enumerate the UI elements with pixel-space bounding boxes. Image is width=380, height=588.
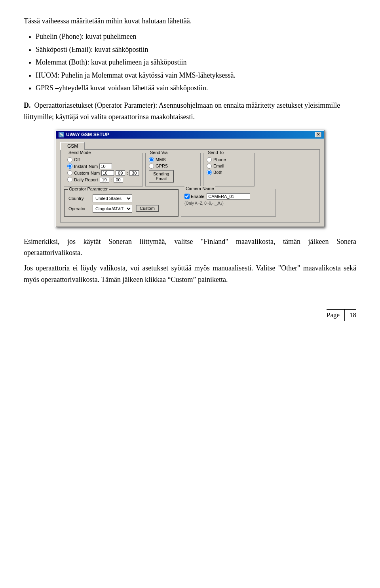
send-mode-instant-num-input[interactable] bbox=[99, 164, 112, 169]
section-d-heading: D. bbox=[24, 101, 31, 109]
send-mode-daily-row: Daily Report : bbox=[67, 177, 139, 183]
footer-page-label: Page bbox=[327, 310, 345, 321]
send-mode-custom-time2[interactable] bbox=[129, 170, 139, 176]
send-to-phone-radio[interactable] bbox=[207, 157, 212, 162]
send-via-content: MMS GPRS SendingEmail bbox=[149, 157, 197, 183]
send-mode-custom-time1[interactable] bbox=[116, 170, 125, 176]
send-mode-off-label: Off bbox=[74, 157, 80, 162]
send-mode-custom-label: Custom bbox=[74, 171, 89, 175]
custom-button[interactable]: Custom bbox=[136, 205, 159, 212]
dialog-row-top: Send Mode Off Instant Num bbox=[64, 153, 316, 186]
send-via-title: Send Via bbox=[149, 150, 169, 155]
dialog-title-text: UWAY GSM SETUP bbox=[66, 132, 109, 137]
send-mode-title: Send Mode bbox=[67, 150, 92, 155]
camera-name-note: (Only A~Z, 0~9,-,_,#,/) bbox=[184, 201, 272, 206]
send-to-email-row: Email bbox=[207, 164, 251, 169]
bullet-item: HUOM: Puhelin ja Molemmat ovat käytössä … bbox=[36, 69, 356, 82]
send-to-content: Phone Email Both bbox=[207, 157, 251, 175]
send-via-gprs-radio[interactable] bbox=[149, 164, 154, 169]
send-mode-custom-row: Custom Num : bbox=[67, 170, 139, 176]
dialog-titlebar-left: 📡 UWAY GSM SETUP bbox=[59, 132, 109, 137]
country-select[interactable]: United States Finland Other bbox=[93, 194, 132, 202]
send-mode-daily-time2[interactable] bbox=[114, 177, 123, 183]
enable-label: Enable bbox=[191, 194, 204, 199]
operator-param-group: Operator Parameter Country United States… bbox=[64, 189, 179, 217]
section-d-content: Operaattoriasetukset (Operator Parameter… bbox=[24, 101, 340, 121]
operator-row: Operator Cingular/AT&T Other Custom bbox=[68, 205, 174, 213]
camera-name-group: Camera Name Enable (Only A~Z, 0~9,-,_,#,… bbox=[181, 189, 276, 217]
send-to-both-row: Both bbox=[207, 170, 251, 175]
send-via-mms-radio[interactable] bbox=[149, 157, 154, 162]
bullet-item: GPRS –yhteydellä kuvat voidaan lähettää … bbox=[36, 82, 356, 94]
operator-param-content: Country United States Finland Other Oper… bbox=[68, 194, 174, 213]
page-footer-wrapper: Page 18 bbox=[24, 309, 356, 321]
send-via-mms-row: MMS bbox=[149, 157, 197, 162]
camera-name-input[interactable] bbox=[207, 193, 250, 200]
time-separator-2: : bbox=[111, 177, 112, 182]
country-row: Country United States Finland Other bbox=[68, 194, 174, 202]
send-mode-instant-row: Instant Num bbox=[67, 164, 139, 169]
send-mode-custom-num-label: Num bbox=[91, 171, 100, 175]
send-via-gprs-row: GPRS bbox=[149, 164, 197, 169]
country-label: Country bbox=[68, 196, 90, 201]
send-mode-off-radio[interactable] bbox=[67, 157, 72, 162]
send-via-gprs-label: GPRS bbox=[156, 164, 168, 168]
send-mode-custom-num-input[interactable] bbox=[101, 170, 114, 176]
send-to-email-radio[interactable] bbox=[207, 164, 212, 169]
send-to-title: Send To bbox=[207, 150, 225, 155]
dialog-tabs: GSM bbox=[60, 142, 320, 150]
dialog-titlebar: 📡 UWAY GSM SETUP ✕ bbox=[56, 131, 324, 139]
dialog-content-area: Send Mode Off Instant Num bbox=[60, 149, 320, 223]
send-to-phone-row: Phone bbox=[207, 157, 251, 162]
bullet-list: Puhelin (Phone): kuvat puhelimeen Sähköp… bbox=[36, 30, 356, 94]
camera-enable-row: Enable bbox=[184, 193, 272, 200]
bullet-item: Molemmat (Both): kuvat puhelimeen ja säh… bbox=[36, 56, 356, 69]
enable-checkbox[interactable] bbox=[184, 194, 190, 199]
sending-email-button[interactable]: SendingEmail bbox=[149, 170, 174, 183]
operator-param-title: Operator Parameter bbox=[68, 186, 109, 191]
dialog-wrapper: 📡 UWAY GSM SETUP ✕ GSM Send Mode bbox=[24, 130, 356, 227]
intro-paragraph: Tässä vaiheessa määritetään mihin kuvat … bbox=[24, 16, 356, 27]
send-mode-content: Off Instant Num bbox=[67, 157, 139, 183]
tab-gsm[interactable]: GSM bbox=[60, 142, 85, 150]
send-mode-daily-label: Daily Report bbox=[74, 177, 98, 182]
dialog-window: 📡 UWAY GSM SETUP ✕ GSM Send Mode bbox=[55, 130, 325, 227]
dialog-body: GSM Send Mode Off bbox=[56, 139, 324, 226]
dialog-title-icon: 📡 bbox=[59, 132, 64, 137]
bullet-item: Sähköposti (Email): kuvat sähköpostiin bbox=[36, 44, 356, 56]
camera-name-title: Camera Name bbox=[184, 186, 215, 191]
send-mode-instant-radio[interactable] bbox=[67, 164, 72, 169]
time-separator: : bbox=[127, 171, 128, 175]
enable-checkbox-label: Enable bbox=[184, 194, 204, 199]
bottom-para-2: Jos operaattoria ei löydy valikosta, voi… bbox=[24, 263, 356, 285]
dialog-row-bottom: Operator Parameter Country United States… bbox=[64, 189, 316, 217]
send-via-mms-label: MMS bbox=[156, 157, 166, 162]
section-d-text: D. Operaattoriasetukset (Operator Parame… bbox=[24, 100, 356, 123]
bottom-para-1: Esimerkiksi, jos käytät Soneran liittymä… bbox=[24, 236, 356, 259]
send-to-both-radio[interactable] bbox=[207, 170, 212, 175]
send-to-phone-label: Phone bbox=[213, 157, 226, 162]
send-mode-group: Send Mode Off Instant Num bbox=[64, 153, 143, 186]
send-mode-daily-time1[interactable] bbox=[100, 177, 109, 183]
send-mode-instant-num-label: Num bbox=[89, 164, 98, 169]
send-mode-off-row: Off bbox=[67, 157, 139, 162]
operator-label: Operator bbox=[68, 206, 90, 211]
send-to-group: Send To Phone Email bbox=[203, 153, 255, 186]
dialog-close-button[interactable]: ✕ bbox=[315, 132, 321, 137]
send-to-both-label: Both bbox=[213, 170, 222, 175]
operator-select[interactable]: Cingular/AT&T Other bbox=[93, 205, 132, 213]
send-via-group: Send Via MMS GPRS SendingEmail bbox=[145, 153, 201, 186]
send-mode-instant-label: Instant bbox=[74, 164, 87, 169]
send-to-email-label: Email bbox=[213, 164, 224, 168]
bullet-item: Puhelin (Phone): kuvat puhelimeen bbox=[36, 30, 356, 43]
send-mode-custom-radio[interactable] bbox=[67, 170, 72, 175]
camera-name-content: Enable (Only A~Z, 0~9,-,_,#,/) bbox=[184, 193, 272, 206]
send-mode-daily-radio[interactable] bbox=[67, 177, 72, 182]
footer-content: Page 18 bbox=[327, 309, 356, 321]
page-footer: Page 18 bbox=[24, 309, 356, 321]
footer-page-number: 18 bbox=[345, 310, 356, 321]
